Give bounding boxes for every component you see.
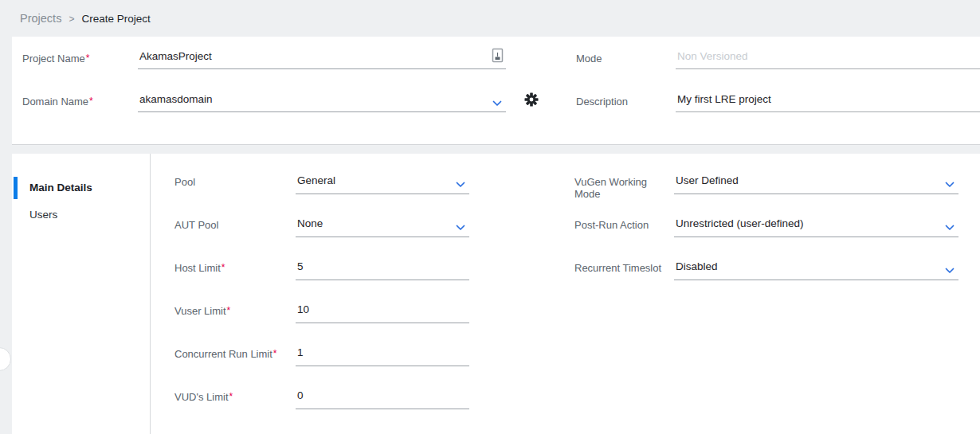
breadcrumb: Projects > Create Project (0, 0, 980, 37)
chevron-down-icon[interactable] (945, 221, 955, 233)
settings-gear-icon[interactable] (524, 92, 539, 110)
required-asterisk: * (221, 262, 225, 273)
details-sidebar: Main Details Users (12, 154, 150, 434)
sidebar-item-users[interactable]: Users (12, 202, 150, 227)
chevron-down-icon[interactable] (456, 178, 465, 190)
form-row: Post-Run Action Unrestricted (user-defin… (574, 214, 958, 257)
form-row: Recurrent Timeslot Disabled (574, 257, 958, 300)
project-name-input[interactable]: AkamasProject (138, 47, 506, 69)
page-title: Create Project (81, 13, 150, 25)
sidebar-item-main-details[interactable]: Main Details (12, 175, 150, 200)
project-name-label: Project Name* (22, 53, 138, 65)
form-column-right: VuGen Working Mode User Defined Post-Run… (574, 171, 958, 300)
header-row-2: Domain Name* akamasdomain (12, 80, 980, 123)
form-row: VuGen Working Mode User Defined (574, 171, 958, 214)
required-asterisk: * (229, 391, 233, 402)
host-limit-input[interactable]: 5 (296, 257, 469, 280)
vuser-limit-label: Vuser Limit* (174, 300, 296, 317)
vugen-working-mode-select[interactable]: User Defined (674, 171, 958, 194)
vuser-limit-input[interactable]: 10 (296, 300, 469, 323)
domain-name-select[interactable]: akamasdomain (138, 90, 506, 112)
vugen-working-mode-label: VuGen Working Mode (574, 171, 674, 200)
breadcrumb-projects-link[interactable]: Projects (20, 12, 61, 25)
aut-pool-label: AUT Pool (174, 214, 296, 231)
post-run-action-select[interactable]: Unrestricted (user-defined) (674, 214, 958, 237)
header-row-1: Project Name* AkamasProject Mode Non Ver… (12, 37, 980, 80)
form-column-left: Pool General AUT Pool None (174, 171, 469, 429)
chevron-down-icon[interactable] (945, 264, 955, 276)
mode-field: Non Versioned (676, 47, 980, 69)
pool-label: Pool (174, 171, 296, 188)
text-field-icon (492, 48, 504, 65)
active-indicator (14, 177, 18, 199)
panel-collapse-handle[interactable] (0, 347, 11, 371)
vuds-limit-input[interactable]: 0 (296, 386, 469, 409)
required-asterisk: * (86, 53, 90, 64)
required-asterisk: * (89, 96, 93, 107)
required-asterisk: * (273, 348, 277, 359)
form-row: VUD's Limit* 0 (174, 386, 469, 429)
chevron-down-icon[interactable] (456, 221, 465, 233)
breadcrumb-separator: > (69, 13, 74, 25)
chevron-down-icon[interactable] (945, 178, 955, 190)
concurrent-run-limit-input[interactable]: 1 (296, 343, 469, 366)
form-row: Concurrent Run Limit* 1 (174, 343, 469, 386)
recurrent-timeslot-select[interactable]: Disabled (674, 257, 958, 280)
concurrent-run-limit-label: Concurrent Run Limit* (174, 343, 296, 360)
description-input[interactable]: My first LRE project (676, 90, 980, 112)
vuds-limit-label: VUD's Limit* (174, 386, 296, 403)
form-row: Pool General (174, 171, 469, 214)
domain-name-label: Domain Name* (22, 96, 138, 108)
description-label: Description (576, 96, 676, 108)
form-row: Vuser Limit* 10 (174, 300, 469, 343)
project-header-panel: Project Name* AkamasProject Mode Non Ver… (12, 37, 980, 145)
chevron-down-icon[interactable] (492, 97, 502, 109)
pool-select[interactable]: General (296, 171, 469, 194)
post-run-action-label: Post-Run Action (574, 214, 674, 231)
form-row: AUT Pool None (174, 214, 469, 257)
project-details-panel: Main Details Users Pool General A (12, 154, 980, 434)
host-limit-label: Host Limit* (174, 257, 296, 274)
form-row: Host Limit* 5 (174, 257, 469, 300)
recurrent-timeslot-label: Recurrent Timeslot (574, 257, 674, 274)
aut-pool-select[interactable]: None (296, 214, 469, 237)
main-details-form: Pool General AUT Pool None (150, 154, 980, 434)
required-asterisk: * (227, 305, 231, 316)
mode-label: Mode (576, 53, 676, 65)
